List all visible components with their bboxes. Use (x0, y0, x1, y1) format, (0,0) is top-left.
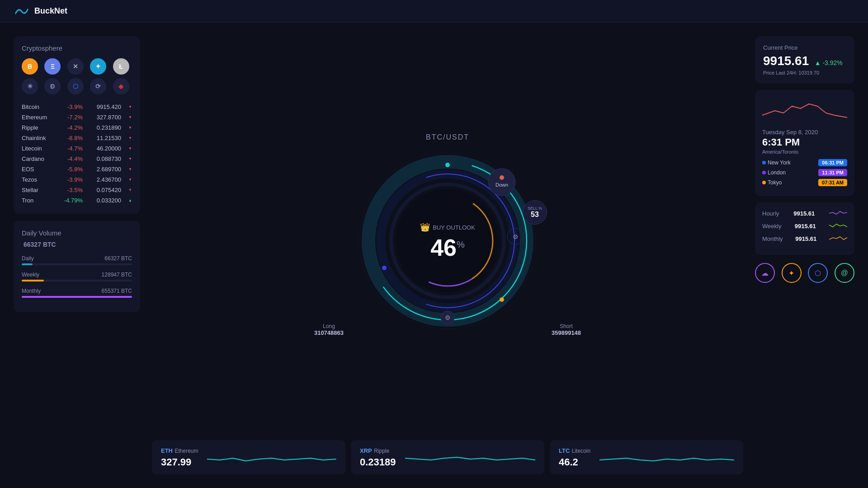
tz-dot-icon (762, 161, 766, 164)
tz-row-new-york: New York 06:31 PM (762, 159, 847, 166)
bottom-icon-star[interactable]: ✦ (782, 263, 802, 283)
bottom-icon-chip[interactable]: ⬡ (808, 263, 828, 283)
ticker-price: 46.2 (559, 456, 590, 468)
current-price-value: 9915.61 (763, 54, 809, 68)
coin-change: -4.7% (60, 145, 83, 152)
coin-arrow-icon: ▼ (126, 157, 132, 161)
gauge-wrapper: Down ⚙ ⚙ ♡ 👑 BUY OUT (353, 146, 542, 336)
ticker-name: Litecoin (572, 448, 590, 454)
ticker-chart (599, 450, 734, 468)
crypto-icon-doge[interactable]: Ð (44, 78, 61, 94)
time-clock: 6:31 PM (762, 136, 847, 148)
coin-name: Tron (22, 197, 56, 204)
coin-price: 327.8700 (87, 114, 121, 121)
coin-name: Litecoin (22, 145, 56, 152)
cryptosphere-card: Cryptosphere BΞ✕✦Ł☀Ð⬡⟳◆ Bitcoin -3.9% 99… (14, 36, 140, 214)
left-panel: Cryptosphere BΞ✕✦Ł☀Ð⬡⟳◆ Bitcoin -3.9% 99… (14, 36, 140, 474)
volume-amount: 66327BTC (22, 239, 132, 249)
crypto-row-ripple[interactable]: Ripple -4.2% 0.231890 ▼ (22, 122, 132, 133)
bottom-icon-cloud[interactable]: ☁ (755, 263, 775, 283)
crypto-icon-sun[interactable]: ☀ (22, 78, 38, 94)
crypto-icon-eth[interactable]: Ξ (44, 58, 61, 75)
tz-rows: New York 06:31 PM London 11:31 PM Tokyo … (762, 159, 847, 186)
coin-arrow-icon: ▼ (126, 178, 132, 182)
chart-container: BTC/USDT Long 310748863 (149, 36, 746, 433)
volume-label: Daily66327 BTC (22, 255, 132, 262)
price-change: ▲ -3.92% (815, 59, 843, 66)
tz-row-london: London 11:31 PM (762, 169, 847, 176)
crypto-icon-atom[interactable]: ⟳ (90, 78, 106, 94)
long-label: Long 310748863 (314, 323, 344, 336)
crypto-row-eos[interactable]: EOS -5.8% 2.689700 ▼ (22, 164, 132, 174)
ticker-chart (405, 450, 535, 468)
crypto-row-ethereum[interactable]: Ethereum -7.2% 327.8700 ▼ (22, 112, 132, 122)
volume-row-daily: Daily66327 BTC (22, 255, 132, 265)
crypto-icon-link[interactable]: ⬡ (67, 78, 84, 94)
crypto-icon-btc[interactable]: B (22, 58, 38, 75)
crypto-icon-xlm[interactable]: ✦ (90, 58, 106, 75)
stats-card: Hourly 9915.61 Weekly 9915.61 Monthly 99… (755, 202, 854, 255)
pair-title: BTC/USDT (426, 133, 469, 141)
sell-bubble: SELL % 53 (523, 200, 547, 225)
crypto-row-litecoin[interactable]: Litecoin -4.7% 46.20000 ▼ (22, 143, 132, 154)
stat-label: Weekly (762, 223, 781, 230)
volume-unit: BTC (43, 241, 56, 248)
coin-price: 46.20000 (87, 145, 121, 152)
coin-arrow-icon: ▼ (126, 105, 132, 109)
crypto-row-tron[interactable]: Tron -4.79% 0.033200 ▲ (22, 195, 132, 206)
stat-row-weekly: Weekly 9915.61 (762, 222, 847, 230)
crypto-row-chainlink[interactable]: Chainlink -8.8% 11.21530 ▼ (22, 133, 132, 143)
stat-value: 9915.61 (795, 223, 816, 230)
coin-price: 0.033200 (87, 197, 121, 204)
svg-point-11 (382, 266, 387, 270)
svg-point-10 (500, 297, 504, 302)
stat-value: 9915.61 (793, 210, 815, 217)
stat-label: Monthly (762, 235, 783, 242)
coin-price: 0.075420 (87, 187, 121, 193)
coin-name: Chainlink (22, 135, 56, 141)
tz-city: New York (762, 160, 791, 166)
crypto-row-stellar[interactable]: Stellar -3.5% 0.075420 ▼ (22, 185, 132, 195)
time-card: Tuesday Sep 8, 2020 6:31 PM America/Toro… (755, 90, 854, 196)
stat-value: 9915.61 (795, 235, 816, 242)
ticker-name: Ethereum (175, 448, 198, 454)
tz-dot-icon (762, 181, 766, 184)
header: BuckNet (0, 0, 868, 23)
time-chart (762, 97, 847, 124)
tz-dot-icon (762, 171, 766, 174)
cryptosphere-title: Cryptosphere (22, 44, 132, 52)
coin-change: -4.4% (60, 155, 83, 162)
tz-time-badge: 06:31 PM (818, 159, 847, 166)
coin-change: -3.9% (60, 176, 83, 183)
crypto-icons-grid: BΞ✕✦Ł☀Ð⬡⟳◆ (22, 58, 132, 94)
coin-arrow-icon: ▲ (126, 198, 132, 202)
time-tz: America/Toronto (762, 149, 847, 155)
volume-bar-fill (22, 263, 33, 265)
crypto-icon-ada[interactable]: ◆ (113, 78, 129, 94)
stat-row-hourly: Hourly 9915.61 (762, 210, 847, 217)
coin-name: Stellar (22, 187, 56, 193)
coin-arrow-icon: ▼ (126, 167, 132, 171)
crypto-row-tezos[interactable]: Tezos -3.9% 2.436700 ▼ (22, 174, 132, 185)
crypto-icon-ltc[interactable]: Ł (113, 58, 129, 75)
crypto-icon-xmr[interactable]: ✕ (67, 58, 84, 75)
gauge-percent: % (457, 239, 465, 250)
coin-price: 0.088730 (87, 155, 121, 162)
coin-change: -8.8% (60, 135, 83, 141)
crypto-row-cardano[interactable]: Cardano -4.4% 0.088730 ▼ (22, 154, 132, 164)
crypto-row-bitcoin[interactable]: Bitcoin -3.9% 9915.420 ▼ (22, 102, 132, 112)
ticker-symbol: ETH (161, 447, 173, 454)
bottom-icon-at[interactable]: @ (835, 263, 854, 283)
ticker-item-xrp[interactable]: XRP Ripple 0.23189 (351, 440, 544, 474)
logo-icon (14, 3, 30, 19)
tz-city-name: London (768, 169, 786, 176)
time-date: Tuesday Sep 8, 2020 (762, 129, 847, 136)
ticker-item-ltc[interactable]: LTC Litecoin 46.2 (550, 440, 743, 474)
coin-price: 11.21530 (87, 135, 121, 141)
short-label: Short 359899148 (552, 323, 581, 336)
coin-price: 0.231890 (87, 124, 121, 131)
ticker-item-eth[interactable]: ETH Ethereum 327.99 (152, 440, 345, 474)
crypto-table: Bitcoin -3.9% 9915.420 ▼ Ethereum -7.2% … (22, 102, 132, 206)
stat-label: Hourly (762, 210, 779, 217)
ticker-info: ETH Ethereum 327.99 (161, 446, 198, 468)
